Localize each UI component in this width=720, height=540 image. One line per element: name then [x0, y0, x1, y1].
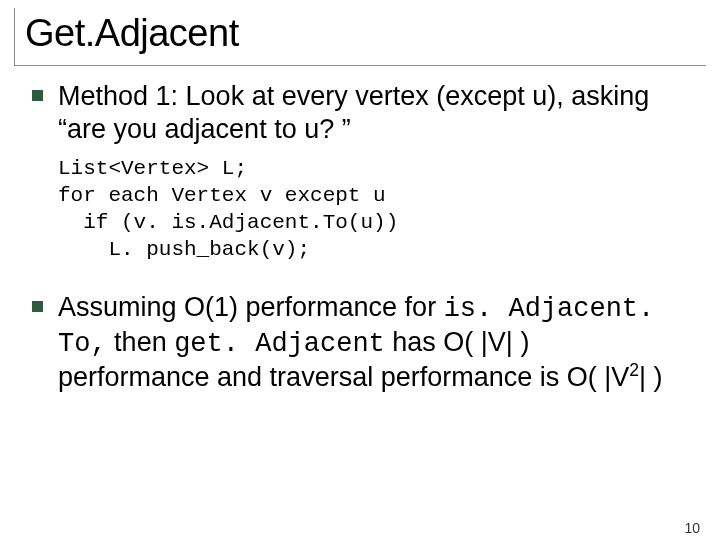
page-number: 10 [684, 520, 700, 536]
title-area: Get.Adjacent [14, 8, 706, 66]
square-bullet-icon [32, 90, 43, 101]
bullet-text-1: Method 1: Look at every vertex (except u… [58, 80, 672, 146]
bullet-item-1: Method 1: Look at every vertex (except u… [58, 80, 672, 263]
code-block: List<Vertex> L; for each Vertex v except… [58, 156, 672, 264]
slide: Get.Adjacent Method 1: Look at every ver… [0, 8, 720, 540]
content-area: Method 1: Look at every vertex (except u… [0, 66, 720, 394]
bullet-item-2: Assuming O(1) performance for is. Adjace… [58, 291, 672, 394]
bullet-text-2: Assuming O(1) performance for is. Adjace… [58, 291, 672, 394]
slide-title: Get.Adjacent [25, 12, 706, 55]
square-bullet-icon [32, 301, 43, 312]
